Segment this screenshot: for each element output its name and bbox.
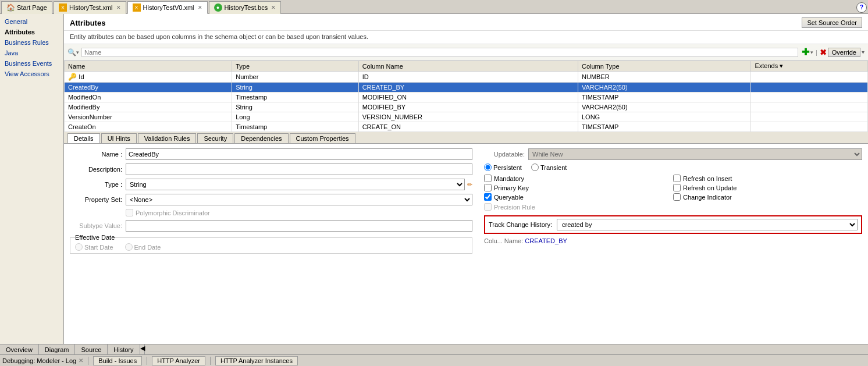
add-attribute-button[interactable]: ✚ — [802, 47, 809, 58]
status-bar: Debugging: Modeler - Log ✕ Build - Issue… — [0, 354, 868, 366]
table-row[interactable]: VersionNumberLongVERSION_NUMBERLONG — [65, 112, 868, 122]
cell-extends — [751, 83, 868, 93]
tab-start-page[interactable]: 🏠 Start Page — [1, 1, 52, 14]
attributes-table: Name Type Column Name Column Type Extend… — [64, 61, 868, 132]
cell-name: CreateOn — [65, 122, 232, 132]
end-date-radio[interactable] — [125, 243, 133, 251]
persistent-transient-row: Persistent Transient — [484, 164, 862, 171]
sidebar-item-business-rules[interactable]: Business Rules — [0, 37, 63, 48]
tab-custom-properties[interactable]: Custom Properties — [290, 133, 355, 143]
start-date-radio[interactable] — [75, 243, 83, 251]
primary-key-checkbox[interactable] — [484, 184, 492, 191]
track-change-select[interactable]: created by -- None -- modified by — [557, 219, 858, 230]
polymorphic-row: Polymorphic Discriminator — [70, 209, 472, 216]
search-icon: 🔍 — [67, 48, 76, 56]
cell-column-name: CREATED_BY — [358, 83, 578, 93]
tab-close-1[interactable]: ✕ — [116, 5, 121, 10]
type-label: Type : — [70, 181, 122, 188]
http-analyzer-instances-button[interactable]: HTTP Analyzer Instances — [215, 356, 298, 365]
set-source-order-button[interactable]: Set Source Order — [802, 17, 862, 28]
description-label: Description: — [70, 166, 122, 173]
mandatory-label: Mandatory — [494, 175, 524, 182]
http-analyzer-button[interactable]: HTTP Analyzer — [152, 356, 205, 365]
subtype-input[interactable] — [126, 220, 472, 232]
tab-validation-rules[interactable]: Validation Rules — [138, 133, 197, 143]
tab-bar: 🏠 Start Page X HistoryTest.xml ✕ X Histo… — [0, 0, 868, 14]
type-edit-icon[interactable]: ✏ — [467, 181, 472, 189]
transient-radio[interactable] — [531, 164, 539, 171]
refresh-on-update-checkbox[interactable] — [673, 184, 681, 191]
cell-column-type: LONG — [578, 112, 751, 122]
sidebar-item-view-accessors[interactable]: View Accessors — [0, 69, 63, 79]
table-row[interactable]: ModifiedOnTimestampMODIFIED_ONTIMESTAMP — [65, 93, 868, 102]
updatable-select[interactable]: While New Always Never — [528, 148, 862, 160]
updatable-row: Updatable: While New Always Never — [484, 148, 862, 160]
table-row[interactable]: CreateOnTimestampCREATE_ONTIMESTAMP — [65, 122, 868, 132]
view-tab-history[interactable]: History — [108, 344, 140, 354]
tab-ui-hints[interactable]: UI Hints — [101, 133, 137, 143]
queryable-checkbox[interactable] — [484, 193, 492, 201]
build-issues-button[interactable]: Build - Issues — [93, 356, 142, 365]
type-select[interactable]: String Number Timestamp Long — [126, 179, 465, 190]
delete-attribute-button[interactable]: ✖ — [820, 48, 827, 57]
cell-type: String — [232, 83, 358, 93]
attributes-header: Attributes Set Source Order — [64, 14, 868, 31]
sidebar: General Attributes Business Rules Java B… — [0, 14, 64, 344]
tab-historytestv0-xml[interactable]: X HistoryTestV0.xml ✕ — [127, 1, 208, 14]
property-set-select[interactable]: <None> — [126, 194, 472, 205]
search-dropdown-arrow[interactable]: ▾ — [76, 49, 79, 55]
tab-historytest-xml[interactable]: X HistoryTest.xml ✕ — [54, 1, 126, 14]
table-row[interactable]: ModifiedByStringMODIFIED_BYVARCHAR2(50) — [65, 102, 868, 112]
attributes-description: Entity attributes can be based upon colu… — [64, 31, 868, 44]
sidebar-item-java[interactable]: Java — [0, 48, 63, 58]
change-indicator-checkbox[interactable] — [673, 193, 681, 201]
override-dropdown-arrow[interactable]: ▾ — [862, 49, 865, 55]
refresh-on-update-label: Refresh on Update — [683, 184, 737, 191]
tab-close-2[interactable]: ✕ — [198, 5, 202, 10]
table-row[interactable]: 🔑 IdNumberIDNUMBER — [65, 72, 868, 83]
checkboxes-grid: Mandatory Refresh on Insert Primary Key … — [484, 175, 862, 201]
tab-details[interactable]: Details — [67, 133, 100, 143]
content-area: Attributes Set Source Order Entity attri… — [64, 14, 868, 344]
status-separator-1 — [88, 357, 88, 365]
tab-dependencies[interactable]: Dependencies — [234, 133, 288, 143]
tab-security[interactable]: Security — [197, 133, 233, 143]
sidebar-item-general[interactable]: General — [0, 16, 63, 27]
view-tab-scroll-left[interactable]: ◀ — [140, 344, 145, 354]
start-page-icon: 🏠 — [6, 3, 15, 12]
attributes-title: Attributes — [70, 19, 105, 27]
cell-name: ModifiedBy — [65, 102, 232, 112]
extends-dropdown[interactable]: ▾ — [780, 62, 783, 69]
tab-close-3[interactable]: ✕ — [271, 5, 276, 10]
refresh-on-insert-checkbox[interactable] — [673, 175, 681, 182]
table-row[interactable]: CreatedByStringCREATED_BYVARCHAR2(50) — [65, 83, 868, 93]
type-field-row: Type : String Number Timestamp Long ✏ — [70, 179, 472, 190]
status-close-1[interactable]: ✕ — [79, 357, 83, 364]
cell-name: ModifiedOn — [65, 93, 232, 102]
primary-key-label: Primary Key — [494, 184, 529, 191]
polymorphic-checkbox[interactable] — [126, 209, 133, 216]
key-icon: 🔑 — [68, 73, 79, 81]
view-tab-overview[interactable]: Overview — [0, 344, 39, 354]
mandatory-checkbox[interactable] — [484, 175, 492, 182]
tab-historytestbcs[interactable]: ● HistoryTest.bcs ✕ — [209, 1, 282, 14]
cell-extends — [751, 102, 868, 112]
effective-date-radios: Start Date End Date — [75, 243, 467, 251]
help-button[interactable]: ? — [856, 2, 867, 13]
sidebar-item-business-events[interactable]: Business Events — [0, 58, 63, 69]
search-input[interactable] — [81, 48, 798, 57]
view-tab-source[interactable]: Source — [75, 344, 108, 354]
persistent-radio[interactable] — [484, 164, 492, 171]
col-header-type: Type — [232, 61, 358, 72]
description-input[interactable] — [126, 164, 472, 175]
cell-column-name: ID — [358, 72, 578, 83]
name-input[interactable] — [126, 148, 472, 160]
add-dropdown-arrow[interactable]: ▾ — [810, 49, 813, 55]
view-tab-diagram[interactable]: Diagram — [39, 344, 76, 354]
override-button[interactable]: Override — [828, 48, 860, 57]
search-bar: 🔍 ▾ ✚ ▾ | ✖ Override ▾ — [64, 44, 868, 61]
sidebar-item-attributes[interactable]: Attributes — [0, 27, 63, 37]
col-header-column-name: Column Name — [358, 61, 578, 72]
cell-type: String — [232, 102, 358, 112]
precision-rule-checkbox[interactable] — [484, 203, 492, 211]
